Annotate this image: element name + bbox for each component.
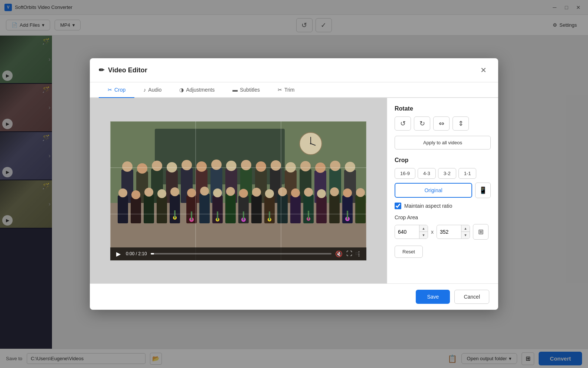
svg-point-53 xyxy=(187,188,196,197)
save-button[interactable]: Save xyxy=(416,290,450,304)
svg-point-27 xyxy=(256,161,266,172)
svg-point-31 xyxy=(285,162,296,172)
svg-rect-62 xyxy=(225,194,236,223)
svg-rect-61 xyxy=(217,211,218,220)
apply-all-button[interactable]: Apply to all videos xyxy=(395,136,491,150)
svg-point-49 xyxy=(170,187,179,196)
crop-title: Crop xyxy=(395,157,491,164)
cancel-button[interactable]: Cancel xyxy=(454,290,489,304)
tab-adjustments[interactable]: ◑ Adjustments xyxy=(170,82,223,98)
progress-bar[interactable] xyxy=(151,253,331,254)
tab-trim[interactable]: ✂ Trim xyxy=(269,82,303,98)
svg-point-79 xyxy=(304,188,313,197)
svg-rect-89 xyxy=(347,211,348,220)
tab-subtitles[interactable]: ▬ Subtitles xyxy=(223,82,269,98)
svg-point-15 xyxy=(167,162,177,172)
svg-point-17 xyxy=(182,160,192,170)
dialog-title-text: Video Editor xyxy=(108,66,147,74)
more-options-icon[interactable]: ⋮ xyxy=(356,250,362,257)
trim-tab-label: Trim xyxy=(284,87,294,93)
svg-rect-55 xyxy=(191,211,192,220)
rotate-cw-icon: ↻ xyxy=(419,119,425,128)
phone-icon: 📱 xyxy=(479,186,487,194)
adjustments-tab-label: Adjustments xyxy=(186,87,215,93)
rotate-section: Rotate ↺ ↻ ⇔ ⇕ xyxy=(395,105,491,150)
dialog-body: ⊡ ▶ 0:00 / 2:10 🔇 ⛶ ⋮ xyxy=(90,98,498,283)
dialog-close-button[interactable]: ✕ xyxy=(477,64,489,76)
svg-rect-74 xyxy=(277,194,288,223)
svg-point-23 xyxy=(226,161,236,171)
editor-panel: Rotate ↺ ↻ ⇔ ⇕ xyxy=(387,98,498,283)
volume-icon[interactable]: 🔇 xyxy=(335,250,343,257)
x-separator: x xyxy=(431,229,434,235)
svg-rect-81 xyxy=(308,211,309,220)
reset-button[interactable]: Reset xyxy=(395,246,423,258)
svg-point-37 xyxy=(330,161,340,171)
svg-point-43 xyxy=(131,190,140,199)
ratio-4-3-button[interactable]: 4-3 xyxy=(418,168,436,179)
maintain-ratio-checkbox[interactable] xyxy=(395,203,401,209)
adjustments-tab-icon: ◑ xyxy=(179,87,184,93)
svg-point-41 xyxy=(118,188,127,197)
svg-point-13 xyxy=(152,161,162,171)
play-button[interactable]: ▶ xyxy=(115,250,122,258)
crop-width-spinner: ▲ ▼ xyxy=(419,225,428,239)
dialog-header: ✏ Video Editor ✕ xyxy=(90,58,498,82)
svg-rect-44 xyxy=(144,195,154,223)
crop-height-input[interactable] xyxy=(437,226,461,238)
time-display: 0:00 / 2:10 xyxy=(126,251,147,256)
app-window: V SoftOrbits Video Converter ─ □ ✕ 📄 Add… xyxy=(0,0,588,368)
flip-v-icon: ⇕ xyxy=(458,119,464,128)
crop-width-input-wrap: ▲ ▼ xyxy=(395,225,428,239)
svg-point-33 xyxy=(300,161,311,171)
subtitles-tab-icon: ▬ xyxy=(232,87,238,93)
video-preview-frame: ⊡ ▶ 0:00 / 2:10 🔇 ⛶ ⋮ xyxy=(110,121,366,260)
phone-orientation-button[interactable]: 📱 xyxy=(475,183,491,198)
svg-rect-46 xyxy=(157,196,167,223)
rotate-cw-button[interactable]: ↻ xyxy=(414,116,430,131)
progress-fill xyxy=(151,253,154,254)
rotate-ccw-button[interactable]: ↺ xyxy=(395,116,411,131)
crop-section: Crop 16-9 4-3 3-2 1-1 Original 📱 xyxy=(395,157,491,258)
svg-point-21 xyxy=(211,160,222,170)
crop-area-title: Crop Area xyxy=(395,214,491,220)
crop-width-down-button[interactable]: ▼ xyxy=(419,232,428,239)
svg-rect-40 xyxy=(118,196,128,223)
ratio-3-2-button[interactable]: 3-2 xyxy=(438,168,456,179)
rotate-buttons: ↺ ↻ ⇔ ⇕ xyxy=(395,116,491,131)
crop-height-down-button[interactable]: ▼ xyxy=(461,232,470,239)
grid-view-button[interactable]: ⊞ xyxy=(473,224,489,240)
video-controls: ▶ 0:00 / 2:10 🔇 ⛶ ⋮ xyxy=(110,247,366,260)
ratio-1-1-button[interactable]: 1-1 xyxy=(458,168,477,179)
svg-point-9 xyxy=(122,161,133,172)
dialog-footer: Save Cancel xyxy=(90,283,498,310)
svg-point-85 xyxy=(330,187,339,196)
svg-rect-82 xyxy=(316,196,327,223)
flip-h-button[interactable]: ⇔ xyxy=(433,116,450,131)
svg-point-83 xyxy=(317,189,326,198)
crop-width-input[interactable] xyxy=(395,226,419,238)
fullscreen-icon[interactable]: ⛶ xyxy=(346,250,352,257)
svg-point-77 xyxy=(291,188,300,197)
flip-v-button[interactable]: ⇕ xyxy=(453,116,469,131)
video-editor-dialog: ✏ Video Editor ✕ ✂ Crop ♪ Audio ◑ Adjust… xyxy=(90,58,498,310)
svg-rect-76 xyxy=(290,196,301,223)
svg-point-11 xyxy=(137,163,147,174)
svg-point-19 xyxy=(196,161,207,172)
dialog-tabs: ✂ Crop ♪ Audio ◑ Adjustments ▬ Subtitles… xyxy=(90,82,498,98)
crop-ratio-buttons: 16-9 4-3 3-2 1-1 xyxy=(395,168,491,179)
svg-point-59 xyxy=(213,188,222,197)
svg-point-45 xyxy=(144,188,153,197)
tab-crop[interactable]: ✂ Crop xyxy=(99,82,134,98)
crop-width-up-button[interactable]: ▲ xyxy=(419,225,428,232)
video-image: ⊡ xyxy=(110,121,366,260)
crop-tab-icon: ✂ xyxy=(108,87,112,93)
audio-tab-label: Audio xyxy=(148,87,161,93)
ratio-16-9-button[interactable]: 16-9 xyxy=(395,168,415,179)
svg-point-65 xyxy=(239,189,248,198)
crop-height-up-button[interactable]: ▲ xyxy=(461,225,470,232)
crop-tab-label: Crop xyxy=(114,87,125,93)
crop-height-input-wrap: ▲ ▼ xyxy=(437,225,470,239)
tab-audio[interactable]: ♪ Audio xyxy=(134,82,170,98)
original-button[interactable]: Original xyxy=(395,183,472,198)
